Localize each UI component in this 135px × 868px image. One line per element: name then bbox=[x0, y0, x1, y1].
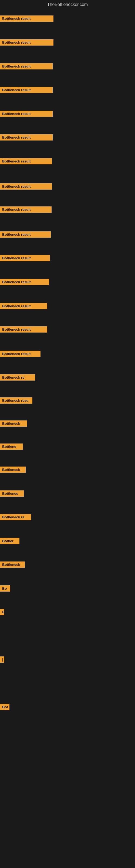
bottleneck-result-label: Bottleneck result bbox=[0, 134, 53, 141]
bottleneck-result-label: Bottleneck result bbox=[0, 63, 53, 69]
bottleneck-result-label: Bottleneck result bbox=[0, 87, 53, 93]
bottleneck-result-label: Bottleneck resu bbox=[0, 397, 32, 404]
site-title: TheBottlenecker.com bbox=[0, 0, 135, 9]
bottleneck-result-label: Bottleneck result bbox=[0, 303, 47, 309]
bottleneck-result-label: B bbox=[0, 609, 4, 615]
bottleneck-result-label: Bottleneck result bbox=[0, 111, 53, 117]
bottleneck-result-label: Bottler bbox=[0, 538, 19, 544]
bottleneck-result-label: Bottleneck result bbox=[0, 231, 51, 238]
bottleneck-result-label: Bottleneck bbox=[0, 467, 26, 473]
bottleneck-result-label: Bottleneck result bbox=[0, 255, 50, 261]
bottleneck-result-label: Bot bbox=[0, 704, 9, 710]
bottleneck-result-label: Bottleneck result bbox=[0, 279, 49, 285]
bottleneck-result-label: Bo bbox=[0, 585, 10, 592]
bottleneck-result-label: Bottlene bbox=[0, 443, 23, 450]
bottleneck-result-label: Bottleneck re bbox=[0, 374, 35, 380]
bottleneck-result-label: Bottleneck bbox=[0, 421, 27, 427]
bottleneck-result-label: Bottleneck result bbox=[0, 158, 52, 164]
bottleneck-result-label: Bottleneck result bbox=[0, 207, 52, 213]
bottleneck-result-label: | bbox=[0, 656, 4, 663]
bottleneck-result-label: Bottleneck result bbox=[0, 351, 41, 357]
bottleneck-result-label: Bottleneck result bbox=[0, 326, 47, 333]
bottleneck-result-label: Bottlenec bbox=[0, 490, 24, 497]
bottleneck-result-label: Bottleneck result bbox=[0, 16, 53, 22]
bottleneck-result-label: Bottleneck re bbox=[0, 514, 31, 520]
bottleneck-result-label: Bottleneck result bbox=[0, 183, 52, 190]
bottleneck-result-label: Bottleneck bbox=[0, 561, 25, 568]
bottleneck-result-label: Bottleneck result bbox=[0, 39, 53, 45]
